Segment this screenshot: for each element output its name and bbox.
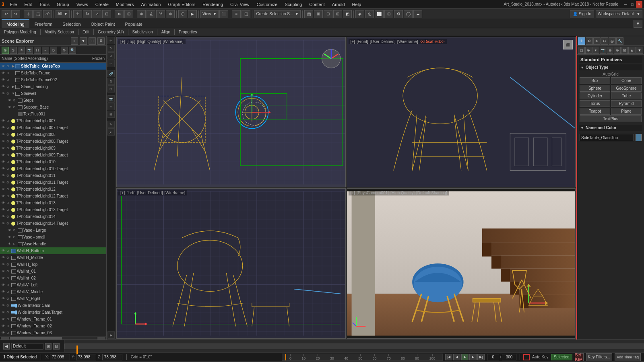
- menu-civil-view[interactable]: Civil View: [227, 1, 252, 8]
- systems-button[interactable]: ⊡: [621, 47, 628, 54]
- redo-button[interactable]: ↪: [11, 10, 20, 18]
- visibility-icon[interactable]: 👁: [2, 64, 6, 68]
- textplus-button[interactable]: TextPlus: [580, 115, 642, 122]
- undo-button[interactable]: ↩: [2, 10, 10, 18]
- uniform-scale-button[interactable]: ⊡: [102, 10, 111, 18]
- object-name[interactable]: TPhotometricLight009.Target: [16, 153, 68, 157]
- render-icon[interactable]: ⊙: [6, 85, 10, 89]
- list-item[interactable]: 👁 ⊙ Wide Interior Cam: [0, 302, 106, 309]
- layers-panel-button[interactable]: ◩: [343, 10, 352, 18]
- visibility-icon[interactable]: 👁: [2, 146, 6, 150]
- object-list[interactable]: 👁 ⊙ ▶ SideTable_GlassTop 👁 ⊙ SideTableFr…: [0, 63, 106, 336]
- render-icon[interactable]: ⊙: [6, 208, 10, 212]
- play-button[interactable]: ▶: [461, 354, 469, 360]
- object-name[interactable]: Stairs_Landing: [21, 84, 48, 89]
- visibility-icon[interactable]: 👁: [2, 119, 6, 123]
- visibility-icon[interactable]: 👁: [2, 167, 6, 171]
- render-icon[interactable]: ⊙: [6, 194, 10, 198]
- visibility-icon[interactable]: 👁: [2, 126, 6, 130]
- list-item[interactable]: 👁 ⊙ Window_Frame_03: [0, 329, 106, 336]
- go-to-start-button[interactable]: |◀: [445, 354, 452, 360]
- rotate-button[interactable]: ↻: [83, 10, 92, 18]
- object-name[interactable]: TPhotometricLight010: [16, 160, 56, 164]
- snaps-toggle-button[interactable]: ⊕: [137, 10, 146, 18]
- render-icon[interactable]: ⊙: [6, 276, 10, 280]
- timeline-slider-area[interactable]: [64, 340, 644, 352]
- list-item[interactable]: 👁 ⊙ Wall-V_Middle: [0, 288, 106, 295]
- render-icon[interactable]: ⊙: [6, 304, 10, 308]
- render-icon[interactable]: ⊙: [6, 71, 10, 75]
- viewport-top-right-label[interactable]: [+][Front][User Defined][Wireframe]<<Dis…: [349, 39, 447, 44]
- object-name[interactable]: TPhotometricLight007.Target: [16, 125, 68, 130]
- render-icon[interactable]: ⊙: [13, 235, 17, 239]
- pyramid-button[interactable]: Pyramid: [611, 100, 642, 107]
- object-color-swatch[interactable]: [636, 134, 642, 141]
- render-icon[interactable]: ⊙: [6, 317, 10, 321]
- visibility-icon[interactable]: 👁: [8, 99, 12, 103]
- environments-button[interactable]: ☁: [413, 10, 422, 18]
- object-name[interactable]: TPhotometricLight008: [16, 132, 56, 137]
- viewport-bottom-left-label[interactable]: [+][Left][User Defined][Wireframe]: [118, 190, 187, 195]
- y-value[interactable]: 73.098: [76, 354, 96, 360]
- auto-key-button[interactable]: [523, 354, 530, 360]
- menu-animation[interactable]: Animation: [138, 1, 164, 8]
- object-name[interactable]: Window_Frame_03: [17, 331, 52, 335]
- tab-populate[interactable]: Populate: [120, 19, 147, 28]
- render-icon[interactable]: ⊙: [6, 249, 10, 253]
- object-name[interactable]: Wide Interior Cam.Target: [18, 310, 62, 315]
- render-icon[interactable]: ⊙: [6, 167, 10, 171]
- visibility-icon[interactable]: 👁: [2, 215, 6, 219]
- visibility-icon[interactable]: 👁: [2, 290, 6, 294]
- mirror-button[interactable]: ⇔: [115, 10, 124, 18]
- align-button[interactable]: ⊞: [124, 10, 133, 18]
- render-icon[interactable]: ⊙: [6, 160, 10, 164]
- render-icon[interactable]: ⊙: [6, 290, 10, 294]
- schematic-view-button[interactable]: ◈: [355, 10, 364, 18]
- more-button[interactable]: ⊞: [384, 10, 393, 18]
- render-icon[interactable]: [13, 112, 17, 116]
- strip-pen-button[interactable]: ✎: [107, 121, 115, 128]
- render-icon[interactable]: ⊙: [6, 153, 10, 157]
- explorer-sort-button[interactable]: ⇅: [61, 47, 68, 54]
- object-name[interactable]: Window_Frame_02: [17, 324, 52, 328]
- object-name[interactable]: SideTableFrame: [21, 71, 50, 75]
- expand-icon[interactable]: [11, 71, 15, 75]
- object-name[interactable]: Vase - small: [23, 235, 45, 239]
- visibility-icon[interactable]: 👁: [2, 324, 6, 328]
- object-name[interactable]: Vase - Large: [23, 228, 46, 232]
- strip-paint-button[interactable]: 🖌: [107, 128, 115, 136]
- lights-button[interactable]: ☀: [592, 47, 599, 54]
- angle-snap-button[interactable]: ∡: [147, 10, 155, 18]
- explorer-icon1[interactable]: □: [89, 37, 96, 45]
- visibility-icon[interactable]: 👁: [2, 317, 6, 321]
- visibility-icon[interactable]: 👁: [2, 140, 6, 144]
- list-item[interactable]: 👁 ⊙ ▶ SideTable_GlassTop: [0, 63, 106, 70]
- tab-freeform[interactable]: Freeform: [30, 19, 58, 28]
- menu-file[interactable]: File: [7, 1, 21, 8]
- strip-helper-button[interactable]: ⊞: [107, 111, 115, 118]
- hierarchy-panel-button[interactable]: ⊳: [593, 37, 601, 45]
- plane-button[interactable]: Plane: [611, 108, 642, 115]
- list-item[interactable]: 👁 ⊙ TPhotometricLight011: [0, 172, 106, 179]
- explorer-filter-camera[interactable]: 📷: [26, 47, 33, 54]
- expand-icon[interactable]: [11, 78, 15, 82]
- object-name-input[interactable]: [580, 134, 634, 141]
- visibility-icon[interactable]: 👁: [8, 242, 12, 246]
- viewport-bottom-right-label[interactable]: [+][PhysCamera001][High Quality][Default…: [349, 190, 449, 195]
- viewport-top-left-label[interactable]: [+][Top][High Quality][Wireframe]: [118, 39, 186, 44]
- geosphere-button[interactable]: GeoSphere: [611, 85, 642, 92]
- cameras-button[interactable]: 📷: [600, 47, 607, 54]
- explorer-menu-button[interactable]: ▼: [80, 37, 87, 45]
- visibility-icon[interactable]: 👁: [2, 269, 6, 274]
- strip-rotate-button[interactable]: ↻: [107, 45, 115, 52]
- strip-bind-button[interactable]: ⊡: [107, 85, 115, 93]
- object-name[interactable]: TPhotometricLight013.Target: [16, 208, 68, 212]
- render-icon[interactable]: ⊙: [6, 140, 10, 144]
- isolate-button[interactable]: ◯: [404, 10, 413, 18]
- ribbon-modify-selection[interactable]: Modify Selection: [42, 29, 76, 35]
- render-icon[interactable]: ⊙: [6, 64, 10, 68]
- object-name[interactable]: TPhotometricLight014: [16, 214, 56, 219]
- visibility-icon[interactable]: 👁: [2, 276, 6, 280]
- select-region-button[interactable]: ⬚: [33, 10, 42, 18]
- z-value[interactable]: 73.098: [102, 354, 122, 360]
